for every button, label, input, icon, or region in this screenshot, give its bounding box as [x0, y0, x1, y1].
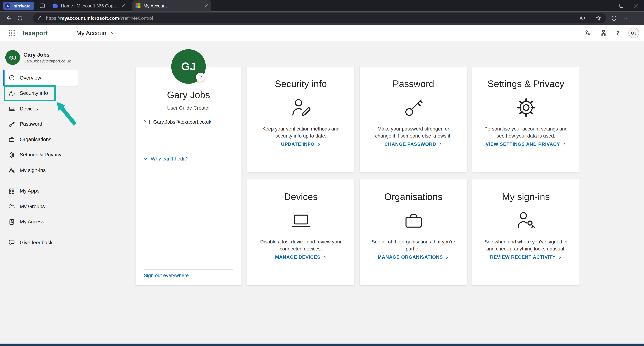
sidebar-item-label: My Access — [20, 219, 44, 225]
card-title: Settings & Privacy — [472, 78, 580, 89]
my-groups-icon — [8, 203, 15, 210]
browser-tab-copilot[interactable]: Home | Microsoft 365 Copilot — [50, 0, 128, 11]
portal-title[interactable]: My Account — [76, 29, 115, 36]
card-title: My sign-ins — [472, 191, 580, 203]
change-password-link[interactable]: CHANGE PASSWORD — [360, 142, 467, 147]
briefcase-icon — [360, 202, 467, 239]
settings-privacy-icon — [8, 151, 15, 159]
address-bar[interactable]: https://myaccount.microsoft.com/?ref=MeC… — [33, 13, 606, 23]
window-close-icon[interactable] — [629, 0, 644, 11]
sidebar-item-overview[interactable]: Overview — [3, 70, 78, 86]
sidebar: GJ Gary Jobs Gary.Jobs@texaport.co.uk Ov… — [0, 41, 80, 344]
browser-titlebar: InPrivate Home | Microsoft 365 Copilot M… — [0, 0, 644, 11]
sidebar-item-label: Give feedback — [20, 240, 52, 245]
lock-icon — [38, 15, 43, 21]
sidebar-user-email: Gary.Jobs@texaport.co.uk — [24, 59, 71, 63]
manage-organisations-link[interactable]: MANAGE ORGANISATIONS — [360, 255, 467, 260]
window-maximize-icon[interactable] — [614, 0, 629, 11]
sidebar-divider — [6, 232, 75, 232]
organisations-icon — [8, 136, 15, 143]
manage-devices-link[interactable]: MANAGE DEVICES — [247, 255, 354, 260]
sidebar-item-devices[interactable]: Devices — [3, 101, 78, 116]
refresh-icon[interactable] — [17, 15, 23, 21]
sign-out-everywhere-link[interactable]: Sign out everywhere — [144, 273, 189, 278]
chevron-right-icon — [317, 142, 321, 146]
sign-in-options-icon[interactable] — [584, 29, 591, 36]
card-title: Organisations — [360, 191, 467, 203]
app-launcher-icon[interactable] — [5, 29, 18, 36]
card-divider — [144, 269, 233, 270]
sidebar-item-security-info[interactable]: Security info — [3, 86, 78, 101]
card-my-sign-ins: My sign-ins See when and where you've si… — [472, 179, 580, 285]
browser-tab-my-account[interactable]: My Account — [132, 0, 211, 11]
inprivate-label: InPrivate — [12, 3, 30, 8]
mail-icon — [144, 119, 150, 124]
taskbar-strip — [0, 344, 644, 346]
account-avatar[interactable]: GJ — [628, 27, 639, 38]
card-organisations: Organisations See all of the organisatio… — [360, 179, 467, 285]
update-info-link[interactable]: UPDATE INFO — [247, 142, 354, 147]
favorites-star-icon[interactable] — [595, 15, 601, 21]
sidebar-item-organisations[interactable]: Organisations — [3, 132, 78, 147]
card-title: Password — [360, 78, 467, 89]
sidebar-item-label: My Groups — [20, 204, 45, 209]
sidebar-item-password[interactable]: Password — [3, 116, 78, 132]
devices-icon — [8, 105, 15, 112]
sidebar-item-give-feedback[interactable]: Give feedback — [3, 235, 78, 250]
profile-role: User Guide Creator — [136, 105, 242, 111]
help-icon[interactable]: ? — [616, 30, 619, 36]
view-settings-privacy-link[interactable]: VIEW SETTINGS AND PRIVACY — [472, 142, 580, 147]
why-cant-i-edit-link[interactable]: Why can't I edit? — [143, 156, 189, 162]
sidebar-item-label: Password — [20, 121, 42, 127]
sidebar-item-my-access[interactable]: My Access — [3, 214, 78, 229]
sidebar-item-my-groups[interactable]: My Groups — [3, 199, 78, 214]
sidebar-item-label: Organisations — [20, 137, 51, 142]
page-content: GJ Gary Jobs Gary.Jobs@texaport.co.uk Ov… — [0, 41, 644, 344]
inprivate-badge[interactable]: InPrivate — [3, 1, 34, 10]
app-header: texaport My Account ? GJ — [0, 24, 644, 41]
card-divider — [144, 143, 233, 143]
tab-close-icon[interactable] — [204, 4, 208, 7]
chevron-right-icon — [562, 142, 566, 146]
window-minimize-icon[interactable] — [598, 0, 614, 11]
tab-title: My Account — [144, 3, 202, 8]
browser-essentials-icon[interactable] — [611, 15, 617, 21]
sidebar-avatar: GJ — [5, 50, 20, 65]
org-chart-icon[interactable] — [600, 29, 607, 36]
chevron-down-icon — [143, 156, 148, 161]
laptop-icon — [247, 202, 354, 239]
tab-close-icon[interactable] — [122, 4, 125, 7]
card-title: Devices — [247, 191, 354, 203]
chevron-right-icon — [439, 142, 442, 146]
read-aloud-icon[interactable]: A — [580, 16, 586, 21]
copilot-favicon — [53, 3, 58, 8]
password-icon — [8, 120, 15, 128]
card-devices: Devices Disable a lost device and review… — [247, 179, 354, 285]
tab-actions-icon[interactable] — [40, 3, 45, 9]
card-security-info: Security info Keep your verification met… — [247, 66, 354, 172]
sidebar-item-my-sign-ins[interactable]: My sign-ins — [3, 163, 78, 178]
chevron-down-icon — [110, 30, 115, 35]
browser-menu-icon[interactable] — [622, 15, 628, 21]
tab-title: Home | Microsoft 365 Copilot — [61, 3, 119, 8]
chevron-right-icon — [558, 255, 562, 259]
inprivate-profile-icon — [5, 3, 10, 8]
back-icon[interactable] — [5, 15, 12, 22]
card-title: Security info — [247, 78, 354, 89]
sidebar-item-label: Security info — [20, 90, 48, 96]
browser-navbar: https://myaccount.microsoft.com/?ref=MeC… — [0, 11, 644, 25]
person-key-icon — [472, 202, 580, 239]
new-tab-icon[interactable] — [215, 3, 220, 8]
chevron-right-icon — [446, 255, 449, 259]
sidebar-item-my-apps[interactable]: My Apps — [3, 183, 78, 199]
sidebar-item-settings-privacy[interactable]: Settings & Privacy — [3, 147, 78, 163]
profile-initials: GJ — [181, 60, 196, 73]
review-recent-activity-link[interactable]: REVIEW RECENT ACTIVITY — [472, 255, 580, 260]
chevron-right-icon — [323, 255, 326, 259]
card-password: Password Make your password stronger, or… — [360, 66, 467, 172]
edit-photo-button[interactable] — [196, 73, 205, 82]
org-logo[interactable]: texaport — [22, 29, 48, 36]
my-access-icon — [8, 218, 15, 226]
screen: InPrivate Home | Microsoft 365 Copilot M… — [0, 0, 644, 346]
sidebar-item-label: Devices — [20, 106, 38, 111]
